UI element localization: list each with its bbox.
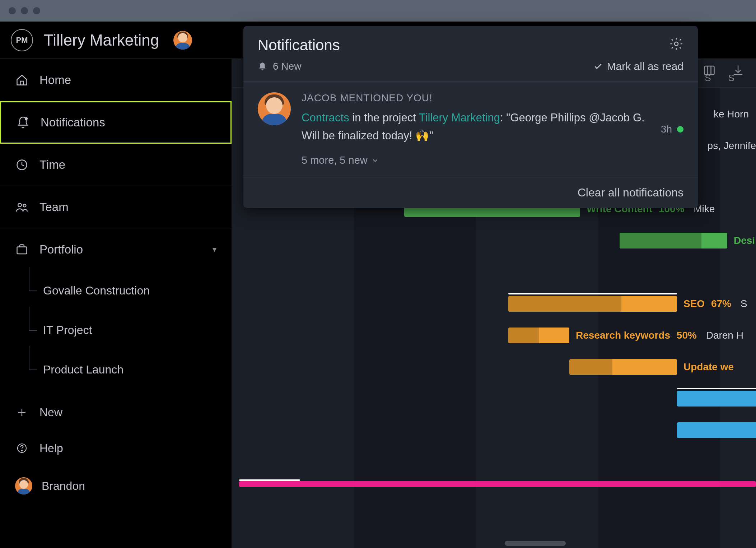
- svg-rect-7: [705, 66, 714, 75]
- svg-point-2: [18, 203, 22, 207]
- plus-icon: [15, 405, 29, 419]
- briefcase-icon: [15, 243, 29, 256]
- mark-all-label: Mark all as read: [607, 60, 683, 73]
- sidebar-item-home[interactable]: Home: [0, 59, 232, 101]
- portfolio-children: Govalle Construction IT Project Product …: [0, 271, 232, 389]
- sidebar-item-time[interactable]: Time: [0, 144, 232, 186]
- sidebar-item-team[interactable]: Team: [0, 186, 232, 228]
- home-icon: [15, 73, 29, 87]
- assignee-label: ke Horn: [714, 108, 749, 120]
- bell-icon: [258, 62, 267, 71]
- notification-item[interactable]: JACOB MENTIONED YOU! Contracts in the pr…: [258, 82, 683, 170]
- notif-message: Contracts in the project Tillery Marketi…: [302, 109, 650, 144]
- columns-toggle-icon[interactable]: [702, 63, 717, 78]
- gantt-bar-design[interactable]: Desi: [620, 233, 727, 249]
- gear-icon[interactable]: [669, 37, 683, 51]
- sidebar: Home Notifications Time Team Portfolio: [0, 59, 232, 548]
- svg-point-6: [22, 450, 22, 451]
- sidebar-item-portfolio[interactable]: Portfolio ▾: [0, 228, 232, 271]
- chevron-down-icon: ▾: [213, 245, 216, 254]
- portfolio-item-govalle[interactable]: Govalle Construction: [29, 271, 232, 310]
- bar-name: SEO: [683, 298, 705, 309]
- new-count-label: 6 New: [273, 61, 301, 72]
- help-icon: [15, 441, 29, 455]
- user-avatar-icon: [15, 477, 32, 494]
- traffic-light-minimize[interactable]: [21, 7, 28, 14]
- gantt-bar-blue-1[interactable]: [677, 391, 756, 407]
- download-icon[interactable]: [731, 63, 745, 78]
- notif-link-project[interactable]: Tillery Marketing: [419, 111, 500, 124]
- project-title[interactable]: Tillery Marketing: [44, 31, 159, 49]
- window-titlebar: [0, 0, 756, 22]
- portfolio-item-launch[interactable]: Product Launch: [29, 350, 232, 389]
- mark-all-read-button[interactable]: Mark all as read: [593, 60, 683, 73]
- notif-time-label: 3h: [661, 124, 672, 135]
- notif-avatar: [258, 92, 291, 125]
- notifications-popover: Notifications 6 New Mark all as read JAC…: [243, 26, 698, 208]
- gantt-bar-seo[interactable]: SEO 67% S: [508, 296, 677, 312]
- bar-name: Update we: [683, 361, 734, 372]
- bar-name: Desi: [734, 235, 755, 246]
- clock-icon: [15, 158, 29, 172]
- bar-assignee: S: [741, 298, 747, 309]
- bar-pct: 67%: [711, 298, 731, 309]
- gantt-summary-bar[interactable]: [239, 481, 756, 487]
- popover-title: Notifications: [258, 37, 340, 54]
- sidebar-item-help[interactable]: Help: [0, 430, 232, 466]
- traffic-light-zoom[interactable]: [33, 7, 40, 14]
- bar-pct: 50%: [677, 330, 697, 341]
- gantt-bar-update[interactable]: Update we: [569, 359, 677, 375]
- header-avatar[interactable]: [173, 31, 192, 50]
- sidebar-item-notifications[interactable]: Notifications: [0, 101, 232, 144]
- sidebar-item-label: Help: [39, 442, 63, 455]
- traffic-light-close[interactable]: [9, 7, 16, 14]
- gantt-bar-research[interactable]: Research keywords 50% Daren H: [508, 328, 569, 343]
- unread-dot-icon: [677, 126, 683, 133]
- bar-assignee: Daren H: [706, 330, 743, 341]
- notif-link-contracts[interactable]: Contracts: [302, 111, 349, 124]
- sidebar-item-label: Notifications: [41, 116, 105, 129]
- notif-expand-button[interactable]: 5 more, 5 new: [302, 154, 650, 166]
- app-logo[interactable]: PM: [11, 29, 33, 51]
- sidebar-item-label: Portfolio: [39, 243, 83, 256]
- svg-point-3: [23, 204, 26, 207]
- people-icon: [15, 200, 29, 214]
- bar-name: Research keywords: [576, 330, 670, 341]
- svg-point-8: [675, 42, 678, 46]
- bell-icon: [16, 116, 30, 129]
- clear-all-button[interactable]: Clear all notifications: [243, 177, 698, 199]
- svg-point-0: [25, 118, 27, 120]
- gantt-bar-blue-2[interactable]: [677, 422, 756, 438]
- sidebar-item-label: New: [39, 406, 62, 419]
- assignee-label: ps, Jennife: [708, 140, 756, 152]
- notif-event-label: JACOB MENTIONED YOU!: [302, 92, 650, 104]
- sidebar-item-new[interactable]: New: [0, 394, 232, 430]
- sidebar-item-label: Time: [39, 158, 65, 172]
- user-name-label: Brandon: [42, 479, 85, 493]
- sidebar-item-label: Home: [39, 73, 71, 87]
- horizontal-scrollbar[interactable]: [505, 541, 566, 546]
- portfolio-item-it[interactable]: IT Project: [29, 310, 232, 350]
- svg-rect-4: [17, 247, 27, 254]
- sidebar-item-label: Team: [39, 200, 69, 214]
- sidebar-user[interactable]: Brandon: [0, 466, 232, 506]
